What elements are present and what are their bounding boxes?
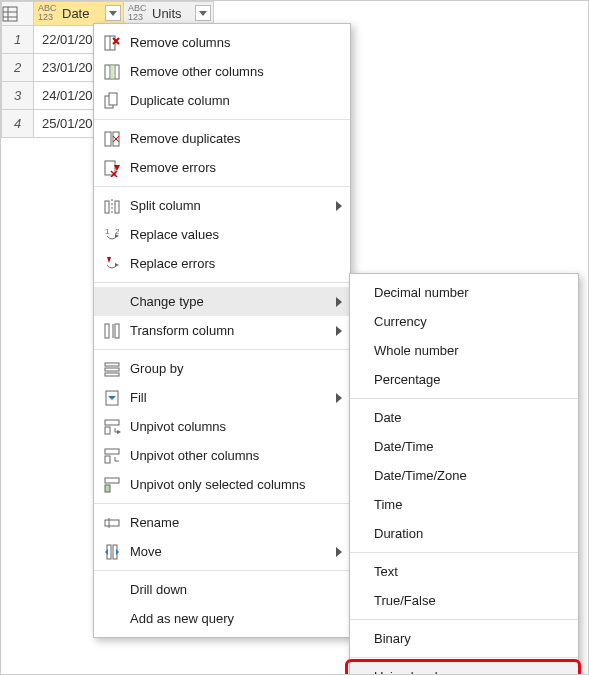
menu-separator	[94, 570, 350, 571]
svg-rect-42	[105, 456, 110, 463]
svg-rect-43	[105, 478, 119, 483]
menu-label: Date	[374, 410, 560, 425]
menu-separator	[94, 186, 350, 187]
menu-unpivot-columns[interactable]: Unpivot columns	[94, 412, 350, 441]
menu-replace-values[interactable]: 12 Replace values	[94, 220, 350, 249]
context-menu: Remove columns Remove other columns Dupl…	[93, 23, 351, 638]
menu-label: Remove columns	[130, 35, 332, 50]
svg-rect-31	[115, 324, 119, 338]
submenu-using-locale[interactable]: Using locale…	[350, 662, 578, 675]
menu-separator	[94, 349, 350, 350]
menu-group-by[interactable]: Group by	[94, 354, 350, 383]
menu-unpivot-other-columns[interactable]: Unpivot other columns	[94, 441, 350, 470]
menu-separator	[350, 619, 578, 620]
menu-label: Unpivot only selected columns	[130, 477, 332, 492]
svg-rect-0	[3, 7, 17, 21]
menu-duplicate-column[interactable]: Duplicate column	[94, 86, 350, 115]
submenu-date[interactable]: Date	[350, 403, 578, 432]
menu-remove-errors[interactable]: Remove errors	[94, 153, 350, 182]
menu-label: Duplicate column	[130, 93, 332, 108]
svg-rect-22	[105, 201, 109, 213]
submenu-duration[interactable]: Duration	[350, 519, 578, 548]
menu-remove-columns[interactable]: Remove columns	[94, 28, 350, 57]
submenu-percentage[interactable]: Percentage	[350, 365, 578, 394]
menu-move[interactable]: Move	[94, 537, 350, 566]
svg-rect-11	[110, 65, 115, 79]
svg-rect-44	[105, 485, 110, 492]
unpivot-icon	[94, 418, 130, 436]
submenu-true-false[interactable]: True/False	[350, 586, 578, 615]
replace-values-icon: 12	[94, 226, 130, 244]
svg-rect-34	[105, 368, 119, 371]
remove-errors-icon	[94, 159, 130, 177]
menu-add-as-new-query[interactable]: Add as new query	[94, 604, 350, 633]
menu-drill-down[interactable]: Drill down	[94, 575, 350, 604]
menu-label: Remove errors	[130, 160, 332, 175]
svg-rect-14	[105, 132, 111, 146]
menu-split-column[interactable]: Split column	[94, 191, 350, 220]
menu-separator	[94, 119, 350, 120]
menu-label: Group by	[130, 361, 332, 376]
menu-label: Duration	[374, 526, 560, 541]
menu-rename[interactable]: Rename	[94, 508, 350, 537]
menu-transform-column[interactable]: Transform column	[94, 316, 350, 345]
menu-fill[interactable]: Fill	[94, 383, 350, 412]
menu-label: Unpivot columns	[130, 419, 332, 434]
menu-label: Decimal number	[374, 285, 560, 300]
move-icon	[94, 543, 130, 561]
menu-label: Move	[130, 544, 332, 559]
change-type-submenu: Decimal number Currency Whole number Per…	[349, 273, 579, 675]
replace-errors-icon	[94, 255, 130, 273]
column-header-units[interactable]: Units	[124, 2, 214, 26]
table-corner[interactable]	[2, 2, 34, 26]
menu-change-type[interactable]: Change type	[94, 287, 350, 316]
menu-label: Replace values	[130, 227, 332, 242]
remove-other-columns-icon	[94, 63, 130, 81]
svg-marker-40	[117, 430, 121, 434]
menu-separator	[350, 657, 578, 658]
rename-icon	[94, 514, 130, 532]
menu-replace-errors[interactable]: Replace errors	[94, 249, 350, 278]
menu-label: Whole number	[374, 343, 560, 358]
remove-columns-icon	[94, 34, 130, 52]
svg-rect-33	[105, 363, 119, 366]
svg-text:2: 2	[115, 227, 120, 236]
svg-rect-23	[115, 201, 119, 213]
svg-rect-30	[105, 324, 109, 338]
remove-duplicates-icon	[94, 130, 130, 148]
menu-label: Using locale…	[374, 669, 560, 675]
menu-separator	[94, 282, 350, 283]
column-label: Date	[62, 6, 89, 21]
menu-label: Fill	[130, 390, 332, 405]
fill-icon	[94, 389, 130, 407]
svg-rect-45	[105, 520, 119, 526]
unpivot-other-icon	[94, 447, 130, 465]
svg-marker-28	[107, 257, 111, 263]
menu-label: True/False	[374, 593, 560, 608]
menu-label: Currency	[374, 314, 560, 329]
menu-unpivot-only-selected[interactable]: Unpivot only selected columns	[94, 470, 350, 499]
submenu-time[interactable]: Time	[350, 490, 578, 519]
submenu-date-time[interactable]: Date/Time	[350, 432, 578, 461]
menu-remove-duplicates[interactable]: Remove duplicates	[94, 124, 350, 153]
submenu-text[interactable]: Text	[350, 557, 578, 586]
submenu-whole-number[interactable]: Whole number	[350, 336, 578, 365]
submenu-currency[interactable]: Currency	[350, 307, 578, 336]
any-type-icon	[38, 4, 58, 22]
svg-text:1: 1	[105, 227, 110, 236]
submenu-decimal-number[interactable]: Decimal number	[350, 278, 578, 307]
menu-label: Percentage	[374, 372, 560, 387]
filter-dropdown-icon[interactable]	[105, 5, 121, 21]
menu-label: Date/Time	[374, 439, 560, 454]
row-number: 2	[2, 54, 34, 82]
svg-rect-13	[109, 93, 117, 105]
submenu-binary[interactable]: Binary	[350, 624, 578, 653]
column-header-date[interactable]: Date	[34, 2, 124, 26]
submenu-date-time-zone[interactable]: Date/Time/Zone	[350, 461, 578, 490]
menu-remove-other-columns[interactable]: Remove other columns	[94, 57, 350, 86]
filter-dropdown-icon[interactable]	[195, 5, 211, 21]
menu-label: Time	[374, 497, 560, 512]
svg-marker-37	[108, 396, 116, 400]
table-icon	[2, 6, 18, 22]
transform-column-icon	[94, 322, 130, 340]
